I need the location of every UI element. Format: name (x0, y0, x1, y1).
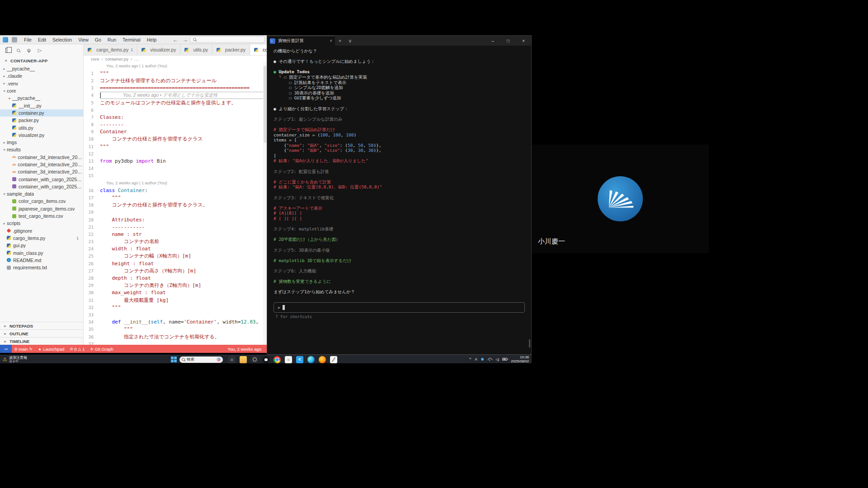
tab-dropdown-icon[interactable]: ∨ (345, 38, 355, 43)
code-line-14[interactable]: 14 (84, 165, 267, 172)
code-line-10[interactable]: 10 コンテナの仕様と操作を管理するクラス (84, 136, 267, 143)
tree-item-results[interactable]: ▾results (0, 146, 83, 153)
tree-item-main-class-py[interactable]: main_class.py (0, 249, 83, 256)
code-line-4[interactable]: 4You, 2 weeks ago • デモ用として十分な安定性 (84, 92, 267, 99)
code-line-32[interactable]: 32 """ (84, 304, 267, 311)
tree-item-core[interactable]: ▾core (0, 87, 83, 94)
tab-packer-py[interactable]: packer.py (212, 44, 250, 55)
menu-help[interactable]: Help (144, 35, 160, 44)
code-line-23[interactable]: 23 コンテナの名前 (84, 238, 267, 245)
tab-utils-py[interactable]: utils.py (180, 44, 212, 55)
tree-item-gui-py[interactable]: gui.py (0, 242, 83, 249)
tree-item-scripts[interactable]: ▸scripts (0, 220, 83, 227)
code-line-2[interactable]: 2コンテナ仕様を管理するためのコンテナモジュール (84, 77, 267, 84)
remote-indicator[interactable]: >< (0, 345, 12, 353)
code-line-35[interactable]: 35 """ (84, 326, 267, 333)
start-button[interactable] (171, 357, 177, 362)
github-desktop-icon[interactable] (262, 356, 269, 363)
code-line-26[interactable]: 26 height : float (84, 260, 267, 267)
tree-item-sample-data[interactable]: ▾sample_data (0, 190, 83, 197)
back-arrow-icon[interactable]: ← (173, 37, 178, 43)
code-line-12[interactable]: 12 (84, 150, 267, 157)
tree-item-container-py[interactable]: container.py (0, 109, 83, 117)
status-dot-icon[interactable] (481, 358, 484, 361)
tree-item-requirements-txt[interactable]: requirements.txt (0, 264, 83, 271)
terminal-scrollbar-thumb[interactable] (529, 339, 530, 347)
tree-item-pycache[interactable]: ▸__pycache__ (0, 94, 83, 102)
code-line-7[interactable]: 7Classes: (84, 113, 267, 121)
code-line-3[interactable]: 3=======================================… (84, 84, 267, 92)
tree-item-init-py[interactable]: __init__.py (0, 102, 83, 109)
tree-item-venv[interactable]: ▸.venv (0, 80, 83, 87)
tree-item-japanese-cargo-items-csv[interactable]: japanese_cargo_items.csv (0, 205, 83, 212)
menu-go[interactable]: Go (92, 35, 104, 44)
tab-cargo-items-py[interactable]: cargo_items.py1 (84, 44, 137, 55)
code-line-28[interactable]: 28 depth : float (84, 274, 267, 282)
code-line-30[interactable]: 30 max_weight : float (84, 289, 267, 296)
tree-item-claude[interactable]: ▸.claude (0, 72, 83, 80)
panel-outline[interactable]: ▸OUTLINE (0, 329, 83, 337)
code-editor[interactable]: You, 2 weeks ago | 1 author (You)1"""2コン… (84, 62, 267, 345)
code-line-9[interactable]: 9Container (84, 128, 267, 136)
code-line-22[interactable]: 22 name : str (84, 230, 267, 238)
panel-notepads[interactable]: ▸NOTEPADS (0, 322, 83, 329)
notepad-icon[interactable] (228, 356, 236, 363)
terminal-tab[interactable]: >_ 貨物分量計算 × (267, 36, 335, 46)
code-line-37[interactable]: 37 (84, 340, 267, 345)
codelens-annotation[interactable]: You, 2 weeks ago | 1 author (You) (84, 179, 267, 187)
code-line-18[interactable]: 18 コンテナの仕様と操作を管理するクラス。 (84, 202, 267, 209)
ime-icon[interactable] (475, 357, 477, 361)
code-line-31[interactable]: 31 最大積載重量 [kg] (84, 296, 267, 304)
code-line-24[interactable]: 24 width : float (84, 245, 267, 253)
file-explorer-icon[interactable] (240, 356, 247, 363)
snipping-tool-icon[interactable] (251, 356, 258, 363)
explorer-icon[interactable] (5, 48, 9, 53)
code-line-6[interactable]: 6 (84, 106, 267, 113)
tree-item-cargo-items-py[interactable]: cargo_items.py1 (0, 235, 83, 242)
tree-item-gitignore[interactable]: .gitignore (0, 227, 83, 235)
forward-arrow-icon[interactable]: → (183, 37, 188, 43)
menu-edit[interactable]: Edit (35, 35, 49, 44)
tree-item-container-3d-interactive-2025072[interactable]: <>container_3d_interactive_2025072... (0, 154, 83, 161)
git-graph-button[interactable]: ⋔ Git Graph (88, 347, 116, 352)
tab-conta[interactable]: conta... (250, 44, 267, 55)
code-line-27[interactable]: 27 コンテナの高さ（Y軸方向）[m] (84, 267, 267, 274)
tree-item-test-cargo-items-csv[interactable]: test_cargo_items.csv (0, 212, 83, 220)
close-button[interactable]: × (516, 38, 531, 43)
panel-timeline[interactable]: ▸TIMELINE (0, 337, 83, 345)
scrollbar-thumb[interactable] (264, 66, 266, 143)
code-line-15[interactable]: 15 (84, 172, 267, 179)
run-debug-icon[interactable]: ▷ (38, 47, 42, 53)
minimize-button[interactable]: – (485, 38, 500, 43)
tree-item-imgs[interactable]: ▸imgs (0, 139, 83, 146)
menu-view[interactable]: View (75, 35, 92, 44)
document-icon[interactable] (285, 356, 292, 363)
problems-indicator[interactable]: ⊘ 0 △ 1 (67, 347, 87, 352)
menu-selection[interactable]: Selection (49, 35, 75, 44)
search-icon[interactable] (17, 49, 20, 52)
code-line-29[interactable]: 29 コンテナの奥行き（Z軸方向）[m] (84, 282, 267, 289)
widgets-weather-button[interactable]: ⚠ 波浪注意報 発令中 (0, 356, 27, 363)
source-control-icon[interactable]: ψ (27, 47, 31, 53)
codelens-annotation[interactable]: You, 2 weeks ago | 1 author (You) (84, 62, 267, 70)
breadcrumb[interactable]: core›container.py›… (84, 56, 267, 62)
tree-item-readme-md[interactable]: iREADME.md (0, 257, 83, 264)
tree-item-container-with-cargo-20250721-1[interactable]: container_with_cargo_20250721_1... (0, 183, 83, 190)
tree-item-container-3d-interactive-2025072[interactable]: <>container_3d_interactive_2025072... (0, 161, 83, 168)
taskbar-clock[interactable]: 10:36 2025/08/02 (511, 355, 529, 363)
tree-item-container-3d-interactive-2025072[interactable]: <>container_3d_interactive_2025072... (0, 168, 83, 175)
firefox-icon[interactable] (319, 356, 326, 363)
editor-scrollbar[interactable] (263, 62, 267, 345)
misc-icon[interactable] (330, 356, 337, 363)
chevron-up-icon[interactable] (469, 357, 471, 361)
wifi-icon[interactable] (487, 357, 492, 361)
explorer-project-header[interactable]: ▾ CONTAINER-APP (0, 56, 83, 65)
code-line-36[interactable]: 36 指定された寸法でコンテナを初期化する。 (84, 333, 267, 340)
new-tab-button[interactable]: + (335, 38, 345, 43)
tree-item-visualizer-py[interactable]: visualizer.py (0, 131, 83, 139)
menu-file[interactable]: File (21, 35, 35, 44)
code-line-33[interactable]: 33 (84, 311, 267, 318)
breadcrumb-[interactable]: … (134, 56, 139, 61)
tree-item-pycache[interactable]: ▸__pycache__ (0, 65, 83, 72)
code-line-1[interactable]: 1""" (84, 70, 267, 77)
